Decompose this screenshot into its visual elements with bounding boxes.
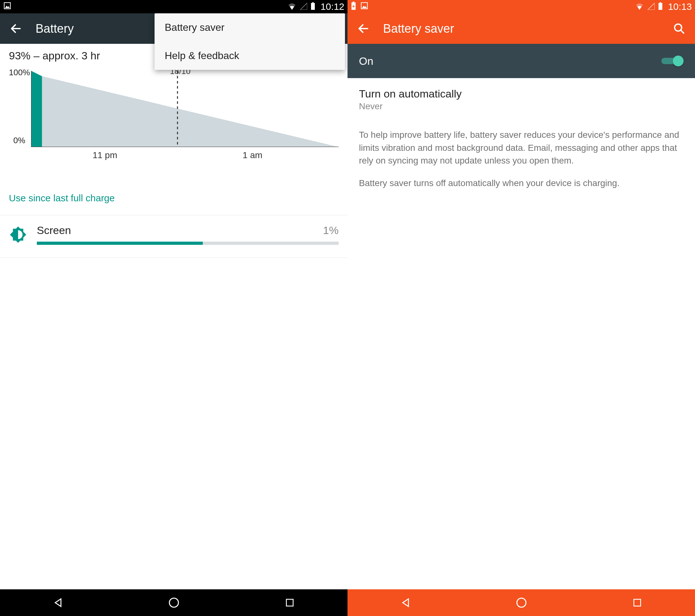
picture-icon	[3, 1, 12, 12]
picture-icon	[360, 1, 369, 12]
svg-point-13	[169, 598, 179, 607]
battery-content: 93% – approx. 3 hr 100% 0% 18/10	[0, 44, 348, 258]
usage-bar	[37, 242, 339, 245]
svg-marker-19	[362, 6, 367, 8]
toggle-label: On	[359, 55, 661, 67]
cell-signal-icon	[300, 1, 307, 12]
battery-status-icon	[310, 1, 316, 12]
svg-point-27	[516, 598, 526, 607]
overflow-menu: Battery saver Help & feedback	[155, 13, 345, 70]
svg-marker-6	[42, 76, 339, 147]
menu-item-battery-saver[interactable]: Battery saver	[155, 13, 345, 41]
y-tick-bottom: 0%	[13, 136, 26, 146]
battery-saver-content: Turn on automatically Never To help impr…	[348, 78, 695, 199]
search-button[interactable]	[672, 21, 686, 36]
wifi-icon	[288, 1, 296, 12]
nav-home-button[interactable]	[513, 595, 529, 611]
nav-recent-button[interactable]	[282, 595, 298, 611]
x-tick-1am: 1 am	[243, 150, 262, 160]
status-time: 10:12	[321, 1, 344, 12]
auto-turn-on-title: Turn on automatically	[359, 88, 683, 100]
nav-recent-button[interactable]	[629, 595, 645, 611]
menu-item-help-feedback[interactable]: Help & feedback	[155, 41, 345, 70]
svg-rect-28	[634, 599, 640, 606]
x-axis-labels: 11 pm 1 am	[31, 150, 339, 163]
svg-marker-20	[648, 3, 655, 10]
nav-back-button[interactable]	[397, 595, 413, 611]
usage-item-label: Screen	[37, 224, 323, 236]
battery-chart-svg	[31, 71, 339, 147]
usage-row-screen[interactable]: Screen 1%	[9, 215, 339, 249]
wifi-icon	[635, 1, 644, 12]
svg-text:+: +	[352, 3, 355, 9]
back-button[interactable]	[9, 21, 23, 36]
phone-battery-saver-screen: + 10:13 Battery saver	[348, 0, 695, 616]
svg-marker-26	[403, 599, 408, 606]
app-bar-title: Battery saver	[383, 22, 672, 36]
section-label-usage: Use since last full charge	[9, 193, 339, 208]
desc-p1: To help improve battery life, battery sa…	[359, 129, 683, 167]
desc-p2: Battery saver turns off automatically wh…	[359, 177, 683, 190]
svg-marker-12	[55, 599, 61, 606]
nav-home-button[interactable]	[166, 595, 182, 611]
battery-chart[interactable]: 100% 0% 18/10 11 pm 1 a	[9, 68, 339, 188]
battery-saver-description: To help improve battery life, battery sa…	[359, 129, 683, 189]
nav-back-button[interactable]	[50, 595, 66, 611]
status-bar: + 10:13	[348, 0, 695, 13]
cell-signal-icon	[647, 1, 655, 12]
x-tick-11pm: 11 pm	[93, 150, 117, 160]
svg-line-25	[681, 30, 684, 33]
auto-turn-on-value: Never	[359, 101, 683, 112]
svg-rect-16	[353, 2, 354, 2]
back-button[interactable]	[356, 21, 370, 36]
app-bar: Battery saver	[348, 13, 695, 44]
battery-status-icon	[658, 1, 663, 12]
svg-rect-22	[660, 2, 661, 3]
phone-battery-screen: 10:12 Battery Battery saver Help & feedb…	[0, 0, 348, 616]
svg-rect-4	[312, 2, 314, 3]
battery-charging-notif-icon: +	[351, 1, 356, 12]
usage-bar-fill	[37, 242, 203, 245]
svg-rect-3	[311, 3, 315, 10]
battery-saver-toggle-row: On	[348, 44, 695, 78]
svg-marker-7	[31, 71, 42, 147]
svg-rect-21	[659, 3, 662, 10]
svg-marker-1	[5, 6, 10, 8]
status-time: 10:13	[668, 1, 692, 12]
svg-rect-14	[286, 599, 293, 606]
brightness-icon	[9, 226, 27, 244]
status-bar: 10:12	[0, 0, 348, 13]
y-tick-top: 100%	[9, 68, 30, 78]
usage-item-percent: 1%	[323, 224, 339, 236]
svg-marker-2	[300, 3, 307, 10]
divider	[0, 257, 348, 258]
nav-bar	[348, 589, 695, 616]
nav-bar	[0, 589, 348, 616]
battery-saver-switch[interactable]	[661, 56, 683, 66]
auto-turn-on-row[interactable]: Turn on automatically Never	[359, 88, 683, 112]
